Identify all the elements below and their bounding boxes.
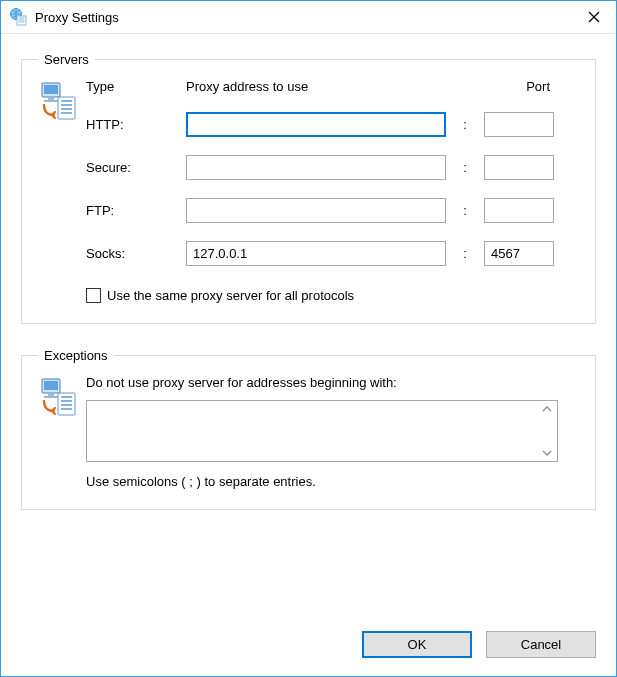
http-address-input[interactable] bbox=[186, 112, 446, 137]
window-title: Proxy Settings bbox=[35, 10, 571, 25]
title-bar: Proxy Settings bbox=[1, 1, 616, 34]
exceptions-hint: Use semicolons ( ; ) to separate entries… bbox=[86, 474, 579, 489]
servers-group: Servers Type bbox=[21, 52, 596, 324]
http-port-input[interactable] bbox=[484, 112, 554, 137]
socks-address-input[interactable] bbox=[186, 241, 446, 266]
secure-label: Secure: bbox=[86, 160, 176, 175]
header-port: Port bbox=[484, 79, 554, 94]
http-label: HTTP: bbox=[86, 117, 176, 132]
header-address: Proxy address to use bbox=[186, 79, 446, 94]
ftp-label: FTP: bbox=[86, 203, 176, 218]
svg-rect-19 bbox=[44, 396, 58, 398]
exceptions-group: Exceptions Do not use proxy server f bbox=[21, 348, 596, 510]
svg-rect-9 bbox=[48, 97, 54, 100]
svg-rect-1 bbox=[17, 16, 26, 25]
secure-address-input[interactable] bbox=[186, 155, 446, 180]
svg-rect-8 bbox=[44, 85, 58, 94]
servers-legend: Servers bbox=[38, 52, 95, 67]
colon-separator: : bbox=[456, 160, 474, 175]
exceptions-icon bbox=[38, 375, 86, 489]
ftp-port-input[interactable] bbox=[484, 198, 554, 223]
spin-down-button[interactable] bbox=[538, 431, 556, 460]
spin-up-button[interactable] bbox=[538, 402, 556, 431]
app-icon bbox=[9, 8, 27, 26]
exceptions-legend: Exceptions bbox=[38, 348, 114, 363]
socks-port-input[interactable] bbox=[484, 241, 554, 266]
secure-port-input[interactable] bbox=[484, 155, 554, 180]
chevron-down-icon bbox=[542, 450, 552, 456]
header-type: Type bbox=[86, 79, 176, 94]
ftp-address-input[interactable] bbox=[186, 198, 446, 223]
same-proxy-label: Use the same proxy server for all protoc… bbox=[107, 288, 354, 303]
chevron-up-icon bbox=[542, 406, 552, 412]
cancel-button[interactable]: Cancel bbox=[486, 631, 596, 658]
exceptions-value bbox=[87, 401, 557, 461]
colon-separator: : bbox=[456, 117, 474, 132]
close-button[interactable] bbox=[571, 1, 616, 33]
spin-buttons bbox=[538, 402, 556, 460]
servers-icon bbox=[38, 79, 86, 303]
close-icon bbox=[588, 11, 600, 23]
colon-separator: : bbox=[456, 246, 474, 261]
dialog-buttons: OK Cancel bbox=[1, 627, 616, 676]
exceptions-textarea[interactable] bbox=[86, 400, 558, 462]
svg-rect-10 bbox=[44, 100, 58, 102]
socks-label: Socks: bbox=[86, 246, 176, 261]
ok-button[interactable]: OK bbox=[362, 631, 472, 658]
svg-rect-18 bbox=[48, 393, 54, 396]
svg-rect-17 bbox=[44, 381, 58, 390]
same-proxy-checkbox[interactable] bbox=[86, 288, 101, 303]
exceptions-description: Do not use proxy server for addresses be… bbox=[86, 375, 579, 390]
colon-separator: : bbox=[456, 203, 474, 218]
